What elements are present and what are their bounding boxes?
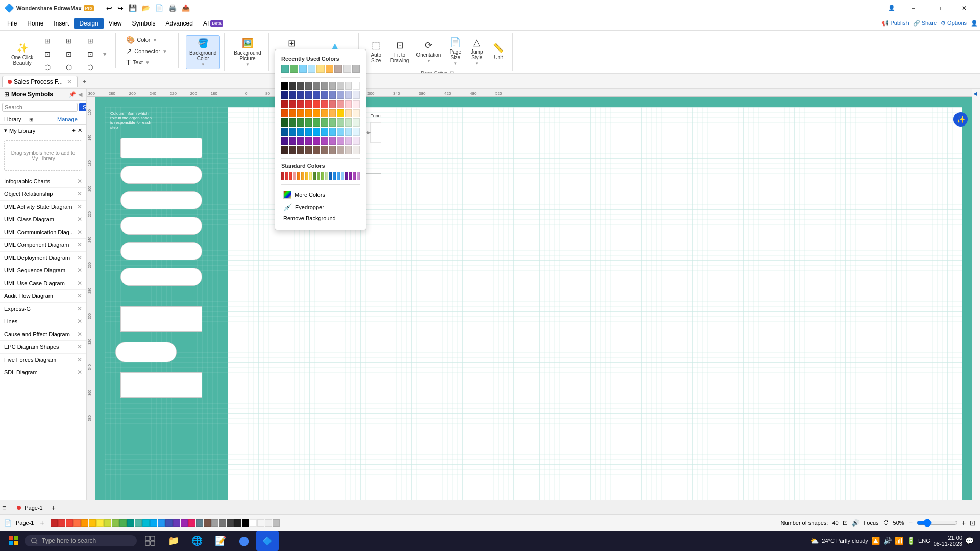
recent-color-swatch[interactable] bbox=[290, 65, 298, 73]
symbol-close-sdl-diagram[interactable]: ✕ bbox=[77, 369, 82, 376]
beautify-btn9[interactable]: ⬡ bbox=[80, 61, 101, 73]
drawing-page[interactable]: Colours inform whichrole in the organisa… bbox=[105, 107, 962, 551]
symbol-item-epc-diagram[interactable]: EPC Diagram Shapes ✕ bbox=[0, 341, 86, 354]
taskbar-file-manager-button[interactable]: 📁 bbox=[162, 531, 185, 551]
grid-color-swatch[interactable] bbox=[337, 100, 344, 108]
grid-color-swatch[interactable] bbox=[297, 91, 304, 99]
more-colors-option[interactable]: More Colors bbox=[281, 189, 360, 201]
taskbar-browser-button[interactable]: 🌐 bbox=[186, 531, 208, 551]
grid-color-swatch[interactable] bbox=[289, 91, 297, 99]
shape-rect-2[interactable] bbox=[120, 306, 202, 332]
menu-design[interactable]: Design bbox=[74, 18, 103, 29]
jump-style-arrow[interactable]: ▼ bbox=[475, 61, 479, 66]
grid-color-swatch[interactable] bbox=[345, 128, 352, 136]
grid-color-swatch[interactable] bbox=[281, 137, 288, 145]
tab-sales-process[interactable]: Sales Process F... ✕ bbox=[2, 76, 78, 87]
search-button[interactable]: Search bbox=[79, 103, 87, 111]
grid-color-swatch[interactable] bbox=[281, 128, 288, 136]
remove-background-option[interactable]: Remove Background bbox=[281, 213, 360, 223]
start-button[interactable] bbox=[2, 531, 24, 551]
standard-color-swatch[interactable] bbox=[313, 172, 316, 180]
zoom-slider[interactable] bbox=[917, 519, 958, 527]
beautify-expand[interactable]: ▼ bbox=[102, 51, 108, 58]
symbol-item-object-relationship[interactable]: Object Relationship ✕ bbox=[0, 188, 86, 201]
orientation-arrow[interactable]: ▼ bbox=[427, 59, 431, 63]
bottom-color-swatch[interactable] bbox=[112, 519, 119, 527]
shape-rounded-4[interactable] bbox=[120, 242, 202, 260]
symbol-close-five-forces[interactable]: ✕ bbox=[77, 356, 82, 363]
standard-color-swatch[interactable] bbox=[337, 172, 340, 180]
grid-color-swatch[interactable] bbox=[337, 91, 344, 99]
taskbar-view-button[interactable] bbox=[139, 531, 161, 551]
grid-color-swatch[interactable] bbox=[305, 91, 312, 99]
grid-color-swatch[interactable] bbox=[313, 128, 320, 136]
grid-color-swatch[interactable] bbox=[345, 146, 352, 154]
grid-color-swatch[interactable] bbox=[289, 146, 297, 154]
grid-color-swatch[interactable] bbox=[305, 100, 312, 108]
bottom-color-swatch[interactable] bbox=[273, 519, 280, 527]
standard-color-swatch[interactable] bbox=[341, 172, 344, 180]
grid-color-swatch[interactable] bbox=[353, 128, 360, 136]
symbol-item-express-g[interactable]: Express-G ✕ bbox=[0, 303, 86, 315]
grid-color-swatch[interactable] bbox=[329, 137, 336, 145]
grid-color-swatch[interactable] bbox=[353, 118, 360, 127]
grid-color-swatch[interactable] bbox=[289, 109, 297, 117]
grid-color-swatch[interactable] bbox=[313, 100, 320, 108]
beautify-btn1[interactable]: ⊞ bbox=[37, 35, 58, 47]
symbol-item-infographic[interactable]: Infographic Charts ✕ bbox=[0, 175, 86, 188]
magic-icon[interactable]: ✨ bbox=[953, 112, 968, 127]
bottom-color-swatch[interactable] bbox=[104, 519, 111, 527]
grid-color-swatch[interactable] bbox=[281, 118, 288, 127]
focus-label[interactable]: Focus bbox=[864, 520, 879, 526]
symbol-item-uml-class[interactable]: UML Class Diagram ✕ bbox=[0, 213, 86, 226]
grid-color-swatch[interactable] bbox=[337, 146, 344, 154]
grid-color-swatch[interactable] bbox=[289, 118, 297, 127]
bottom-color-swatch[interactable] bbox=[81, 519, 88, 527]
standard-color-swatch[interactable] bbox=[301, 172, 304, 180]
grid-color-swatch[interactable] bbox=[329, 146, 336, 154]
standard-color-swatch[interactable] bbox=[317, 172, 320, 180]
auto-size-button[interactable]: ⬚ AutoSize bbox=[366, 38, 386, 65]
symbol-close-object-relationship[interactable]: ✕ bbox=[77, 190, 82, 197]
standard-color-swatch[interactable] bbox=[353, 172, 356, 180]
grid-color-swatch[interactable] bbox=[353, 146, 360, 154]
standard-color-swatch[interactable] bbox=[281, 172, 284, 180]
bottom-color-swatch[interactable] bbox=[242, 519, 249, 527]
bottom-color-swatch[interactable] bbox=[135, 519, 142, 527]
bottom-color-swatch[interactable] bbox=[196, 519, 203, 527]
bottom-color-swatch[interactable] bbox=[58, 519, 65, 527]
standard-color-swatch[interactable] bbox=[321, 172, 324, 180]
standard-color-swatch[interactable] bbox=[309, 172, 312, 180]
grid-color-swatch[interactable] bbox=[345, 91, 352, 99]
symbol-item-sdl-diagram[interactable]: SDL Diagram ✕ bbox=[0, 366, 86, 379]
taskbar-chrome-button[interactable]: ⬤ bbox=[233, 531, 255, 551]
standard-color-swatch[interactable] bbox=[289, 172, 292, 180]
panel-collapse-icon[interactable]: ◀ bbox=[78, 91, 82, 98]
zoom-out-btn[interactable]: − bbox=[909, 519, 913, 527]
bg-color-arrow[interactable]: ▼ bbox=[201, 62, 205, 67]
grid-color-swatch[interactable] bbox=[305, 109, 312, 117]
bottom-color-swatch[interactable] bbox=[234, 519, 241, 527]
symbol-close-cause-effect[interactable]: ✕ bbox=[77, 331, 82, 338]
my-library-header[interactable]: ▾ My Library + ✕ bbox=[0, 125, 86, 136]
page-size-button[interactable]: 📄 PageSize ▼ bbox=[445, 35, 465, 68]
my-library-add-icon[interactable]: + bbox=[72, 127, 76, 134]
symbol-item-uml-activity[interactable]: UML Activity State Diagram ✕ bbox=[0, 201, 86, 213]
bottom-color-swatch[interactable] bbox=[142, 519, 150, 527]
save-button[interactable]: 💾 bbox=[127, 3, 139, 13]
grid-color-swatch[interactable] bbox=[297, 100, 304, 108]
grid-color-swatch[interactable] bbox=[329, 91, 336, 99]
grid-color-swatch[interactable] bbox=[297, 137, 304, 145]
symbol-close-lines[interactable]: ✕ bbox=[77, 318, 82, 325]
grid-color-swatch[interactable] bbox=[353, 137, 360, 145]
color-button[interactable]: 🎨 Color ▼ bbox=[123, 35, 160, 45]
grid-color-swatch[interactable] bbox=[313, 109, 320, 117]
grid-color-swatch[interactable] bbox=[345, 137, 352, 145]
search-input[interactable] bbox=[2, 103, 78, 112]
grid-color-swatch[interactable] bbox=[337, 128, 344, 136]
menu-home[interactable]: Home bbox=[22, 18, 48, 29]
page-tab-1[interactable]: Page-1 bbox=[10, 502, 50, 513]
symbol-item-uml-deployment[interactable]: UML Deployment Diagram ✕ bbox=[0, 252, 86, 264]
bottom-color-swatch[interactable] bbox=[211, 519, 218, 527]
grid-color-swatch[interactable] bbox=[321, 109, 328, 117]
